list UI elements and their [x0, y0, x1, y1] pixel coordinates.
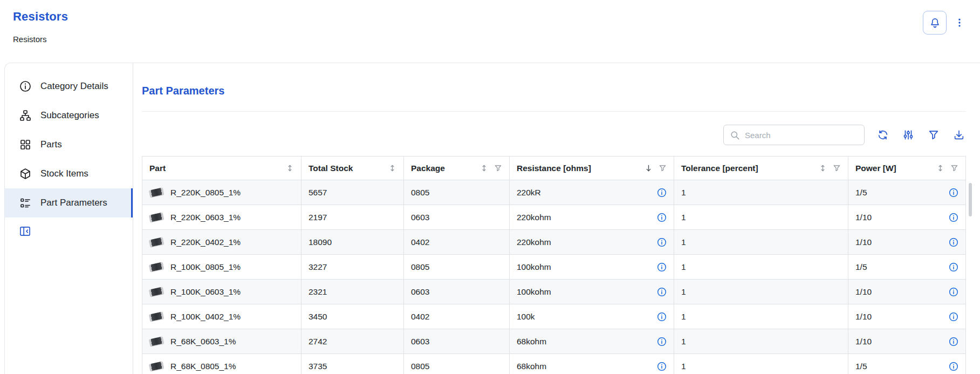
package-icon: [19, 167, 32, 180]
package-cell: 0603: [404, 280, 510, 304]
sort-icon[interactable]: [388, 164, 396, 172]
part-name: R_220K_0402_1%: [170, 237, 241, 247]
column-filter-icon[interactable]: [659, 164, 667, 172]
part-thumbnail-icon: [149, 212, 164, 222]
info-circle-icon: [19, 80, 32, 93]
column-filter-icon[interactable]: [494, 164, 502, 172]
sidebar-item-category-details[interactable]: Category Details: [5, 72, 133, 101]
tolerance-cell: 1: [674, 304, 848, 329]
sidebar-item-subcategories[interactable]: Subcategories: [5, 101, 133, 130]
bell-icon: [929, 17, 941, 29]
filter-icon: [928, 129, 940, 141]
info-icon[interactable]: [949, 213, 958, 222]
info-icon[interactable]: [949, 337, 958, 346]
total-stock-cell: 3227: [301, 255, 404, 280]
info-icon[interactable]: [949, 312, 958, 322]
tolerance-cell: 1: [674, 255, 848, 280]
sort-icon[interactable]: [286, 164, 294, 172]
info-icon[interactable]: [949, 188, 958, 198]
kebab-menu-button[interactable]: [953, 14, 966, 31]
breadcrumb[interactable]: Resistors: [13, 35, 68, 44]
table-row[interactable]: R_220K_0402_1%180900402220kohm11/10: [142, 230, 966, 255]
package-cell: 0603: [404, 329, 510, 354]
total-stock-cell: 2197: [301, 205, 404, 230]
table-row[interactable]: R_68K_0603_1%2742060368kohm11/10: [142, 329, 966, 354]
table-row[interactable]: R_220K_0603_1%21970603220kohm11/10: [142, 205, 966, 230]
part-thumbnail-icon: [149, 262, 164, 271]
info-icon[interactable]: [949, 237, 958, 247]
sort-icon[interactable]: [936, 164, 944, 172]
info-icon[interactable]: [657, 362, 667, 371]
search-box: [723, 125, 865, 145]
sort-desc-icon[interactable]: [645, 164, 653, 172]
sidebar-item-label: Stock Items: [40, 168, 88, 179]
column-header-tolerance-percent[interactable]: Tolerance [percent]: [674, 157, 848, 180]
column-label: Total Stock: [309, 164, 353, 173]
tolerance-cell: 1: [674, 205, 848, 230]
column-header-power-w[interactable]: Power [W]: [848, 157, 966, 180]
sort-icon[interactable]: [480, 164, 488, 172]
sidebar-item-stock-items[interactable]: Stock Items: [5, 159, 133, 188]
download-icon: [953, 129, 965, 141]
part-thumbnail-icon: [149, 237, 164, 247]
column-header-package[interactable]: Package: [404, 157, 510, 180]
tolerance-cell: 1: [674, 280, 848, 304]
column-settings-button[interactable]: [901, 128, 915, 142]
package-cell: 0402: [404, 304, 510, 329]
search-input[interactable]: [745, 131, 858, 140]
notifications-button[interactable]: [923, 11, 947, 35]
info-icon[interactable]: [657, 337, 667, 346]
table-row[interactable]: R_100K_0805_1%32270805100kohm11/5: [142, 255, 966, 280]
vertical-scrollbar-thumb[interactable]: [969, 183, 972, 216]
resistance-value: 68kohm: [517, 362, 546, 371]
total-stock-cell: 2742: [301, 329, 404, 354]
part-name: R_68K_0603_1%: [170, 337, 236, 346]
power-value: 1/10: [855, 287, 872, 297]
table-row[interactable]: R_100K_0402_1%34500402100k11/10: [142, 304, 966, 329]
part-name: R_220K_0603_1%: [170, 213, 241, 222]
part-thumbnail-icon: [149, 361, 164, 371]
header-left: Resistors Resistors: [13, 10, 68, 44]
column-filter-icon[interactable]: [950, 164, 958, 172]
column-header-resistance-ohms[interactable]: Resistance [ohms]: [510, 157, 674, 180]
info-icon[interactable]: [657, 262, 667, 272]
info-icon[interactable]: [949, 362, 958, 371]
column-header-part[interactable]: Part: [142, 157, 301, 180]
part-name: R_100K_0402_1%: [170, 312, 241, 322]
table-row[interactable]: R_220K_0805_1%56570805220kR11/5: [142, 180, 966, 205]
info-icon[interactable]: [657, 312, 667, 322]
sidebar-item-part-parameters[interactable]: Part Parameters: [5, 188, 133, 217]
table-row[interactable]: R_68K_0805_1%3735080568kohm11/5: [142, 354, 966, 374]
page-title: Resistors: [13, 10, 68, 24]
column-header-total-stock[interactable]: Total Stock: [301, 157, 404, 180]
info-icon[interactable]: [657, 213, 667, 222]
part-thumbnail-icon: [149, 336, 164, 346]
part-name: R_100K_0603_1%: [170, 287, 241, 297]
info-icon[interactable]: [949, 287, 958, 297]
sidebar-nav: Category DetailsSubcategoriesPartsStock …: [5, 72, 133, 217]
refresh-button[interactable]: [876, 128, 890, 142]
resistance-value: 100k: [517, 312, 535, 322]
info-icon[interactable]: [657, 287, 667, 297]
info-icon[interactable]: [949, 262, 958, 272]
tolerance-cell: 1: [674, 180, 848, 205]
sort-icon[interactable]: [819, 164, 827, 172]
info-icon[interactable]: [657, 237, 667, 247]
table-header-row: PartTotal StockPackageResistance [ohms]T…: [142, 157, 966, 180]
table-row[interactable]: R_100K_0603_1%23210603100kohm11/10: [142, 280, 966, 304]
info-icon[interactable]: [657, 188, 667, 198]
column-filter-icon[interactable]: [833, 164, 841, 172]
divider: [142, 111, 966, 112]
grid-icon: [19, 138, 32, 151]
resistance-value: 220kohm: [517, 213, 551, 222]
filter-button[interactable]: [927, 128, 941, 142]
total-stock-cell: 5657: [301, 180, 404, 205]
sidebar-item-label: Category Details: [40, 81, 108, 92]
collapse-sidebar-button[interactable]: [19, 225, 31, 237]
power-value: 1/10: [855, 337, 872, 346]
part-name: R_68K_0805_1%: [170, 362, 236, 371]
sidebar-item-parts[interactable]: Parts: [5, 130, 133, 159]
tolerance-cell: 1: [674, 354, 848, 374]
download-button[interactable]: [952, 128, 966, 142]
power-value: 1/10: [855, 312, 872, 322]
